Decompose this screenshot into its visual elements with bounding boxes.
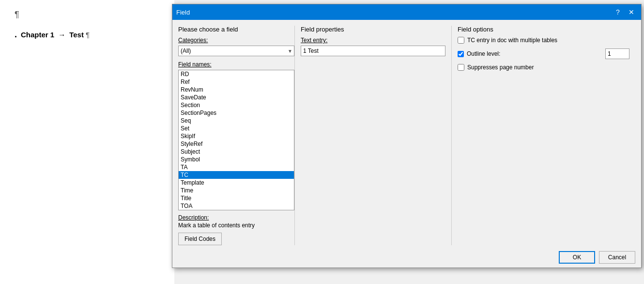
list-item[interactable]: Time — [179, 187, 294, 194]
document-heading: . Chapter 1 → Test ¶ — [15, 30, 160, 40]
description-label: Description: — [178, 214, 294, 221]
suppress-label: Suppresses page number — [467, 64, 534, 71]
panel-field-properties: Field properties Text entry: — [294, 26, 452, 245]
dialog-titlebar: Field ? ✕ — [172, 4, 641, 20]
list-item[interactable]: TC — [179, 171, 294, 179]
list-item[interactable]: Seq — [179, 117, 294, 125]
description-section: Description: Mark a table of contents en… — [178, 214, 294, 229]
dialog-title: Field — [176, 9, 190, 16]
suppress-row: Suppresses page number — [458, 64, 629, 71]
categories-label: Categories: — [178, 37, 294, 44]
choose-field-title: Please choose a field — [178, 26, 294, 33]
list-item[interactable]: Ref — [179, 78, 294, 86]
list-item[interactable]: Subject — [179, 148, 294, 156]
list-item[interactable]: SkipIf — [179, 132, 294, 140]
paragraph-mark: ¶ — [15, 10, 160, 20]
heading-dot: . — [15, 30, 17, 40]
document-page: ¶ . Chapter 1 → Test ¶ — [0, 0, 174, 284]
list-item[interactable]: TA — [179, 163, 294, 171]
heading-word: Test — [69, 31, 84, 39]
suppress-checkbox[interactable] — [458, 64, 464, 71]
panel-choose-field: Please choose a field Categories: (All) … — [178, 26, 294, 245]
heading-chapter: Chapter 1 — [21, 31, 54, 39]
list-item[interactable]: Symbol — [179, 156, 294, 163]
tc-entry-label: TC entry in doc with multiple tables — [467, 37, 557, 44]
field-names-label: Field names: — [178, 61, 294, 68]
list-item[interactable]: SaveDate — [179, 94, 294, 101]
list-item[interactable]: Title — [179, 194, 294, 202]
outline-level-row: Outline level: — [458, 48, 629, 59]
cancel-button[interactable]: Cancel — [599, 251, 635, 264]
close-button[interactable]: ✕ — [626, 7, 637, 17]
list-item[interactable]: Set — [179, 125, 294, 132]
heading-arrow: → — [58, 31, 65, 39]
ok-button[interactable]: OK — [559, 251, 595, 264]
tc-entry-checkbox[interactable] — [458, 37, 464, 44]
categories-select[interactable]: (All) — [178, 46, 294, 56]
text-entry-input[interactable] — [301, 46, 445, 56]
panel-field-options: Field options TC entry in doc with multi… — [452, 26, 635, 245]
outline-level-input[interactable] — [605, 48, 629, 59]
categories-dropdown-wrapper[interactable]: (All) ▼ — [178, 46, 294, 56]
list-item[interactable]: StyleRef — [179, 140, 294, 148]
field-list: RDRefRevNumSaveDateSectionSectionPagesSe… — [179, 70, 294, 210]
outline-level-label: Outline level: — [467, 50, 500, 57]
field-codes-button[interactable]: Field Codes — [178, 233, 222, 245]
list-item[interactable]: Section — [179, 101, 294, 109]
dialog-footer: OK Cancel — [172, 247, 641, 268]
text-entry-label: Text entry: — [301, 37, 445, 44]
list-item[interactable]: SectionPages — [179, 109, 294, 117]
heading-pilcrow: ¶ — [86, 31, 90, 39]
field-names-list[interactable]: RDRefRevNumSaveDateSectionSectionPagesSe… — [178, 70, 294, 210]
field-properties-title: Field properties — [301, 26, 445, 33]
list-item[interactable]: RD — [179, 70, 294, 78]
list-item[interactable]: RevNum — [179, 86, 294, 94]
field-options-title: Field options — [458, 26, 629, 33]
outline-level-checkbox[interactable] — [458, 51, 464, 57]
list-item[interactable]: Template — [179, 179, 294, 187]
help-button[interactable]: ? — [612, 7, 624, 17]
list-item[interactable]: TOA — [179, 202, 294, 210]
dialog-controls: ? ✕ — [612, 7, 637, 17]
tc-entry-row: TC entry in doc with multiple tables — [458, 37, 629, 44]
field-dialog: Field ? ✕ Please choose a field Categori… — [172, 4, 642, 268]
description-text: Mark a table of contents entry — [178, 222, 294, 229]
